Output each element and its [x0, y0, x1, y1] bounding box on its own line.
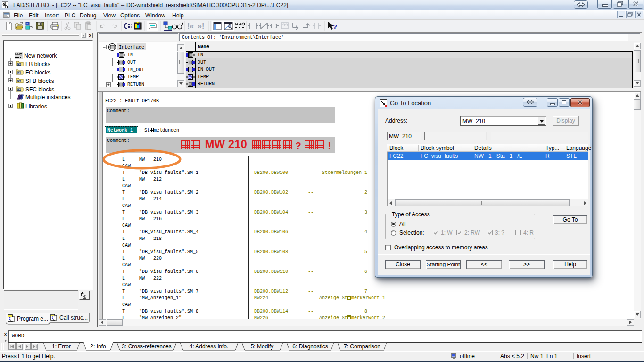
svg-text:2: Info: 2: Info [90, 343, 106, 350]
svg-text:5: Modify: 5: Modify [251, 343, 274, 350]
svg-text:?: ? [333, 23, 337, 31]
svg-text:!«: !« [187, 22, 194, 30]
svg-text:7: Comparison: 7: Comparison [344, 343, 380, 350]
svg-text:1: Error: 1: Error [52, 343, 71, 350]
svg-text:3: Cross-references: 3: Cross-references [122, 343, 171, 350]
svg-text:»!: »! [198, 22, 204, 30]
svg-text:4: Address info.: 4: Address info. [190, 343, 229, 350]
svg-text:6: Diagnostics: 6: Diagnostics [292, 343, 328, 350]
